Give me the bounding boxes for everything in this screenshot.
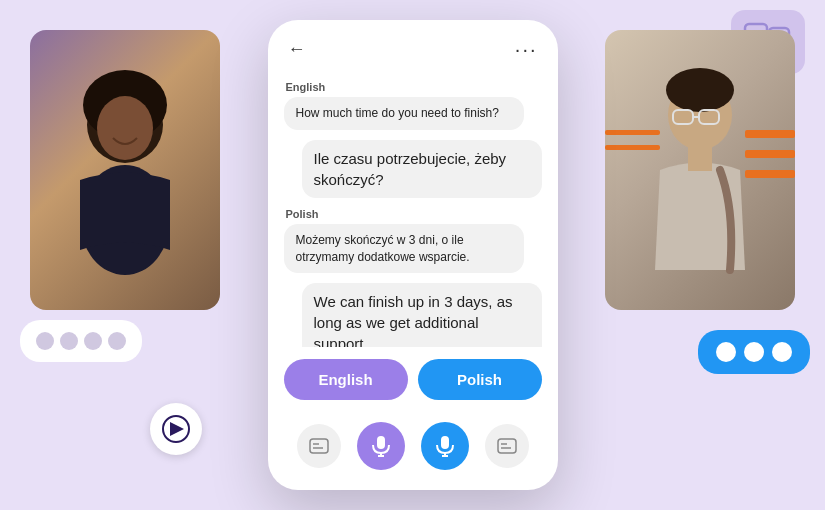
svg-rect-14 bbox=[745, 170, 795, 178]
right-bubble-dot-1 bbox=[716, 342, 736, 362]
svg-rect-11 bbox=[688, 146, 712, 171]
chat-area: English How much time do you need to fin… bbox=[268, 71, 558, 347]
translated-message-1: Ile czasu potrzebujecie, żeby skończyć? bbox=[302, 140, 542, 198]
right-chat-bubble bbox=[698, 330, 810, 374]
svg-point-7 bbox=[666, 68, 734, 112]
svg-rect-24 bbox=[441, 436, 449, 449]
mic-right-button[interactable] bbox=[421, 422, 469, 470]
message-group-1: English How much time do you need to fin… bbox=[284, 81, 542, 130]
phone-header: ← ··· bbox=[268, 20, 558, 71]
left-person-photo bbox=[30, 30, 220, 310]
svg-rect-12 bbox=[745, 130, 795, 138]
right-bubble-dot-2 bbox=[744, 342, 764, 362]
original-message-1: How much time do you need to finish? bbox=[284, 97, 524, 130]
more-button[interactable]: ··· bbox=[515, 38, 538, 61]
right-bubble-dot-3 bbox=[772, 342, 792, 362]
language-selector: English Polish bbox=[268, 347, 558, 412]
svg-point-2 bbox=[97, 96, 153, 160]
message-group-2-translated: We can finish up in 3 days, as long as w… bbox=[284, 283, 542, 347]
svg-rect-21 bbox=[377, 436, 385, 449]
lang-label-polish: Polish bbox=[284, 208, 542, 220]
caption-right-button[interactable] bbox=[485, 424, 529, 468]
caption-left-button[interactable] bbox=[297, 424, 341, 468]
left-chat-bubble bbox=[20, 320, 142, 362]
mic-left-button[interactable] bbox=[357, 422, 405, 470]
back-button[interactable]: ← bbox=[288, 39, 306, 60]
message-group-1-translated: Ile czasu potrzebujecie, żeby skończyć? bbox=[284, 140, 542, 198]
translated-message-2: We can finish up in 3 days, as long as w… bbox=[302, 283, 542, 347]
svg-rect-18 bbox=[310, 439, 328, 453]
polish-button[interactable]: Polish bbox=[418, 359, 542, 400]
bubble-dot-1 bbox=[36, 332, 54, 350]
bubble-dot-4 bbox=[108, 332, 126, 350]
original-message-2: Możemy skończyć w 3 dni, o ile otrzymamy… bbox=[284, 224, 524, 274]
bottom-controls bbox=[268, 412, 558, 490]
bubble-dot-3 bbox=[84, 332, 102, 350]
lang-label-english: English bbox=[284, 81, 542, 93]
background-scene: ← ··· English How much time do you need … bbox=[0, 0, 825, 510]
svg-rect-13 bbox=[745, 150, 795, 158]
message-group-2: Polish Możemy skończyć w 3 dni, o ile ot… bbox=[284, 208, 542, 274]
svg-rect-16 bbox=[605, 145, 660, 150]
english-button[interactable]: English bbox=[284, 359, 408, 400]
right-person-photo bbox=[605, 30, 795, 310]
logo-circle bbox=[150, 403, 202, 455]
bubble-dot-2 bbox=[60, 332, 78, 350]
svg-rect-15 bbox=[605, 130, 660, 135]
phone-mockup: ← ··· English How much time do you need … bbox=[268, 20, 558, 490]
svg-rect-27 bbox=[498, 439, 516, 453]
